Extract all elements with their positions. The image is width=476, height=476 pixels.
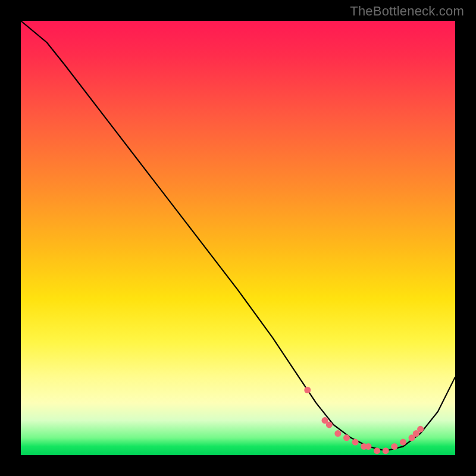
chart-svg [21, 21, 455, 455]
marker-dot [374, 447, 380, 454]
marker-dot [383, 447, 389, 454]
marker-dot [365, 443, 372, 450]
marker-dot [391, 443, 397, 450]
marker-dot [304, 387, 311, 393]
plot-area [21, 21, 455, 455]
marker-dot [400, 439, 406, 446]
watermark-text: TheBottleneck.com [350, 4, 464, 19]
bottleneck-curve [21, 21, 455, 451]
marker-dot [343, 434, 350, 441]
marker-dot [334, 430, 341, 437]
chart-frame: TheBottleneck.com [0, 0, 476, 476]
marker-dot [352, 439, 359, 446]
marker-dot [417, 426, 424, 433]
marker-dot [326, 421, 333, 428]
